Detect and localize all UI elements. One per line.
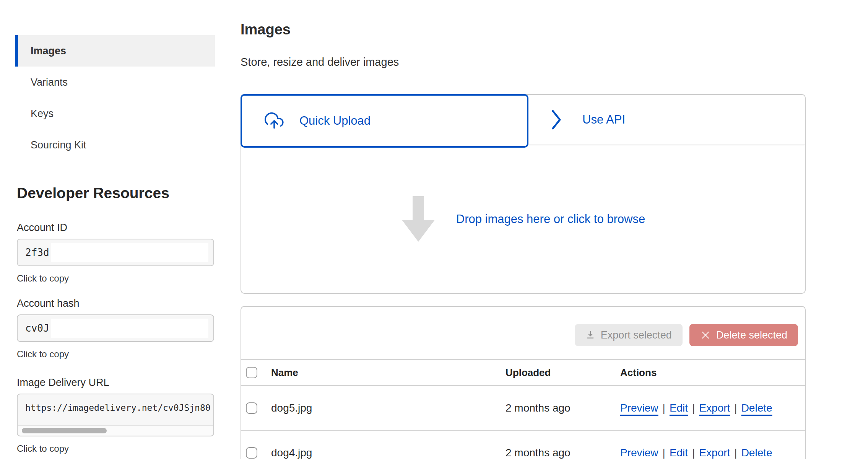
account-id-field[interactable]: 2f3d: [17, 239, 214, 266]
scrollbar-thumb[interactable]: [22, 428, 107, 433]
account-hash-group: Account hash cv0J Click to copy: [17, 298, 214, 359]
preview-link[interactable]: Preview: [620, 402, 658, 414]
redaction-overlay: [51, 319, 208, 338]
close-icon: [700, 330, 711, 340]
column-header-name: Name: [271, 367, 506, 379]
tab-quick-upload[interactable]: Quick Upload: [241, 94, 528, 148]
upload-panel: Quick Upload Use API Drop images here or…: [241, 94, 806, 294]
action-separator: |: [734, 447, 737, 459]
sidebar-item-label: Variants: [31, 76, 68, 88]
image-delivery-url-value: https://imagedelivery.net/cv0JSjn80: [25, 403, 211, 413]
image-delivery-url-label: Image Delivery URL: [17, 377, 214, 388]
row-checkbox[interactable]: [246, 447, 257, 459]
account-id-label: Account ID: [17, 222, 214, 233]
table-row: dog5.jpg 2 months ago Preview | Edit | E…: [241, 386, 805, 431]
action-separator: |: [663, 447, 665, 459]
action-separator: |: [663, 402, 665, 414]
account-hash-value: cv0J: [25, 322, 49, 334]
chevron-right-icon: [550, 109, 562, 130]
click-to-copy-hint: Click to copy: [17, 349, 214, 359]
redaction-overlay: [51, 243, 208, 262]
select-all-checkbox[interactable]: [246, 367, 257, 378]
tab-use-api[interactable]: Use API: [528, 95, 805, 145]
action-separator: |: [692, 447, 695, 459]
row-actions: Preview | Edit | Export | Delete: [620, 447, 805, 459]
click-to-copy-hint: Click to copy: [17, 273, 214, 283]
edit-link[interactable]: Edit: [670, 402, 688, 414]
dropzone-text: Drop images here or click to browse: [456, 212, 645, 226]
uploaded-time: 2 months ago: [506, 447, 620, 459]
table-row: dog4.jpg 2 months ago Preview | Edit | E…: [241, 431, 805, 459]
page-subtitle: Store, resize and deliver images: [241, 56, 399, 68]
account-hash-field[interactable]: cv0J: [17, 314, 214, 342]
table-header-row: Name Uploaded Actions: [241, 360, 805, 386]
row-checkbox[interactable]: [246, 402, 257, 414]
sidebar: Images Variants Keys Sourcing Kit Develo…: [15, 0, 215, 459]
image-delivery-url-group: Image Delivery URL https://imagedelivery…: [17, 377, 214, 453]
action-separator: |: [692, 402, 695, 414]
delete-selected-label: Delete selected: [716, 329, 787, 341]
sidebar-item-keys[interactable]: Keys: [15, 98, 215, 129]
images-table-card: Export selected Delete selected Name Upl…: [241, 306, 806, 459]
dropzone[interactable]: Drop images here or click to browse: [241, 145, 805, 293]
export-selected-button[interactable]: Export selected: [575, 324, 683, 346]
tab-label: Quick Upload: [299, 114, 371, 128]
delete-selected-button[interactable]: Delete selected: [689, 324, 798, 346]
sidebar-item-label: Images: [31, 45, 66, 57]
arrow-down-icon: [401, 196, 436, 242]
column-header-uploaded: Uploaded: [506, 367, 620, 379]
cloud-upload-icon: [263, 111, 285, 130]
developer-resources-heading: Developer Resources: [17, 185, 169, 202]
action-separator: |: [734, 402, 737, 414]
page-title: Images: [241, 21, 291, 38]
preview-link[interactable]: Preview: [620, 447, 658, 459]
sidebar-item-label: Sourcing Kit: [31, 139, 86, 151]
column-header-actions: Actions: [620, 367, 805, 379]
delete-link[interactable]: Delete: [741, 402, 772, 414]
sidebar-item-images[interactable]: Images: [15, 35, 215, 67]
account-id-value: 2f3d: [25, 247, 49, 258]
upload-tabbar: Quick Upload Use API: [241, 95, 805, 145]
download-icon: [585, 330, 595, 340]
sidebar-item-label: Keys: [31, 108, 54, 120]
click-to-copy-hint: Click to copy: [17, 443, 214, 453]
export-link[interactable]: Export: [699, 402, 730, 414]
sidebar-item-sourcing-kit[interactable]: Sourcing Kit: [15, 129, 215, 161]
account-id-group: Account ID 2f3d Click to copy: [17, 222, 214, 283]
sidebar-nav: Images Variants Keys Sourcing Kit: [15, 35, 215, 161]
image-delivery-url-field[interactable]: https://imagedelivery.net/cv0JSjn80: [17, 394, 214, 436]
delete-link[interactable]: Delete: [741, 447, 772, 459]
table-toolbar: Export selected Delete selected: [241, 307, 805, 360]
edit-link[interactable]: Edit: [670, 447, 688, 459]
uploaded-time: 2 months ago: [506, 402, 620, 414]
export-link[interactable]: Export: [699, 447, 730, 459]
tab-label: Use API: [582, 113, 625, 127]
sidebar-item-variants[interactable]: Variants: [15, 67, 215, 98]
horizontal-scrollbar: [18, 425, 213, 435]
export-selected-label: Export selected: [601, 329, 672, 341]
account-hash-label: Account hash: [17, 298, 214, 309]
image-name: dog4.jpg: [271, 447, 506, 459]
image-name: dog5.jpg: [271, 402, 506, 414]
row-actions: Preview | Edit | Export | Delete: [620, 402, 805, 414]
